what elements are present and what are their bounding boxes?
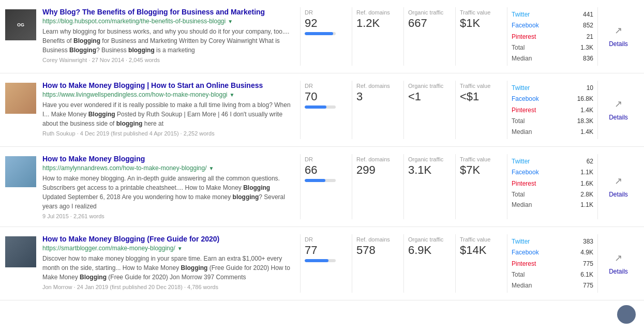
url-dropdown-arrow[interactable]: ▼ <box>230 92 235 98</box>
trend-icon: ↗ <box>615 252 622 264</box>
result-snippet: Learn why blogging for business works, a… <box>42 27 295 55</box>
result-row: How to Make Money Blogging | How to Star… <box>0 73 644 147</box>
details-link[interactable]: Details <box>609 114 628 121</box>
organic-traffic-column: Organic traffic 667 <box>403 7 455 66</box>
facebook-count: 4.9K <box>580 247 593 258</box>
total-value: 6.1K <box>580 269 593 280</box>
ref-domains-label: Ref. domains <box>356 83 399 89</box>
dr-column: DR 77 <box>300 234 352 293</box>
twitter-row: Twitter 62 <box>512 156 593 167</box>
total-value: 2.8K <box>580 189 593 200</box>
details-link[interactable]: Details <box>609 40 628 48</box>
social-shares-column: Twitter 10 Facebook 16.8K Pinterest 1.4K… <box>507 81 597 139</box>
action-column: ↗ Details <box>597 81 639 139</box>
ref-domains-value: 3 <box>356 91 399 102</box>
twitter-label: Twitter <box>512 236 530 247</box>
result-url-row: https://amylynnandrews.com/how-to-make-m… <box>42 164 295 172</box>
result-url-row: https://www.livingwellspendingless.com/h… <box>42 91 295 98</box>
pinterest-count: 775 <box>583 259 593 269</box>
dr-value: 66 <box>305 164 348 176</box>
twitter-row: Twitter 10 <box>512 83 593 93</box>
organic-traffic-label: Organic traffic <box>408 156 451 162</box>
traffic-value-value: <$1 <box>460 91 503 102</box>
median-label: Median <box>512 200 532 210</box>
result-content: How to Make Money Blogging (Free Guide f… <box>42 234 300 293</box>
result-content: How to Make Money Blogging https://amyly… <box>42 154 300 219</box>
traffic-value-column: Traffic value $14K <box>455 234 507 293</box>
organic-traffic-label: Organic traffic <box>408 9 451 16</box>
result-snippet: How to make money blogging. An in-depth … <box>42 174 295 211</box>
result-meta: Jon Morrow · 24 Jan 2019 (first publishe… <box>42 284 295 290</box>
result-url-row: https://smartblogger.com/make-money-blog… <box>42 245 295 252</box>
organic-traffic-label: Organic traffic <box>408 236 451 243</box>
facebook-row: Facebook 852 <box>512 20 593 31</box>
result-row: OG Why Blog? The Benefits of Blogging fo… <box>0 0 644 73</box>
pinterest-row: Pinterest 1.4K <box>512 105 593 115</box>
action-column: ↗ Details <box>597 234 639 293</box>
result-content: How to Make Money Blogging | How to Star… <box>42 81 300 139</box>
thumb-text <box>20 251 22 253</box>
twitter-row: Twitter 441 <box>512 9 593 20</box>
result-url[interactable]: https://blog.hubspot.com/marketing/the-b… <box>42 18 226 25</box>
facebook-label: Facebook <box>512 20 539 31</box>
url-dropdown-arrow[interactable]: ▼ <box>177 246 183 251</box>
organic-traffic-value: <1 <box>408 91 451 102</box>
dr-bar-fill <box>305 179 325 182</box>
dr-label: DR <box>305 9 348 16</box>
facebook-row: Facebook 1.1K <box>512 167 593 177</box>
traffic-value-value: $14K <box>460 245 503 256</box>
median-label: Median <box>512 280 532 291</box>
social-median-row: Median 1.1K <box>512 200 593 210</box>
result-url[interactable]: https://amylynnandrews.com/how-to-make-m… <box>42 164 206 172</box>
trend-icon: ↗ <box>615 98 622 110</box>
result-row: How to Make Money Blogging (Free Guide f… <box>0 227 644 300</box>
url-dropdown-arrow[interactable]: ▼ <box>208 165 214 171</box>
social-median-row: Median 775 <box>512 280 593 291</box>
result-snippet: Discover how to make money blogging in y… <box>42 254 295 282</box>
total-value: 18.3K <box>577 116 593 126</box>
traffic-value-value: $7K <box>460 164 503 176</box>
result-url[interactable]: https://smartblogger.com/make-money-blog… <box>42 245 175 252</box>
facebook-row: Facebook 16.8K <box>512 94 593 104</box>
result-title[interactable]: How to Make Money Blogging <box>42 154 295 163</box>
dr-value: 77 <box>305 245 348 256</box>
result-url[interactable]: https://www.livingwellspendingless.com/h… <box>42 91 228 98</box>
median-label: Median <box>512 53 532 64</box>
dr-value: 70 <box>305 91 348 102</box>
traffic-value-label: Traffic value <box>460 9 503 16</box>
median-value: 775 <box>583 280 593 291</box>
twitter-count: 10 <box>587 83 593 93</box>
pinterest-count: 1.4K <box>580 105 593 115</box>
social-shares-column: Twitter 383 Facebook 4.9K Pinterest 775 … <box>507 234 597 293</box>
organic-traffic-value: 667 <box>408 18 451 29</box>
result-title[interactable]: How to Make Money Blogging (Free Guide f… <box>42 234 295 244</box>
result-thumbnail <box>5 83 36 114</box>
organic-traffic-column: Organic traffic 3.1K <box>403 154 455 219</box>
trend-icon: ↗ <box>615 175 622 187</box>
organic-traffic-value: 6.9K <box>408 245 451 256</box>
ref-domains-label: Ref. domains <box>356 156 399 162</box>
pinterest-label: Pinterest <box>512 32 536 42</box>
result-content: Why Blog? The Benefits of Blogging for B… <box>42 7 300 66</box>
traffic-value-value: $1K <box>460 18 503 29</box>
dr-bar-fill <box>305 259 328 262</box>
url-dropdown-arrow[interactable]: ▼ <box>228 19 233 24</box>
median-value: 836 <box>583 53 593 64</box>
social-median-row: Median 836 <box>512 53 593 64</box>
traffic-value-column: Traffic value <$1 <box>455 81 507 139</box>
details-link[interactable]: Details <box>609 191 628 198</box>
dr-column: DR 92 <box>300 7 352 66</box>
social-shares-column: Twitter 441 Facebook 852 Pinterest 21 To… <box>507 7 597 66</box>
dr-label: DR <box>305 83 348 89</box>
organic-traffic-column: Organic traffic 6.9K <box>403 234 455 293</box>
total-value: 1.3K <box>580 42 593 53</box>
result-thumbnail: OG <box>5 9 36 40</box>
twitter-count: 62 <box>587 156 593 167</box>
pinterest-count: 1.6K <box>580 178 593 189</box>
facebook-count: 1.1K <box>580 167 593 177</box>
dr-bar <box>305 179 336 182</box>
details-link[interactable]: Details <box>609 268 628 275</box>
result-title[interactable]: How to Make Money Blogging | How to Star… <box>42 81 295 90</box>
action-column: ↗ Details <box>597 154 639 219</box>
result-title[interactable]: Why Blog? The Benefits of Blogging for B… <box>42 7 295 17</box>
